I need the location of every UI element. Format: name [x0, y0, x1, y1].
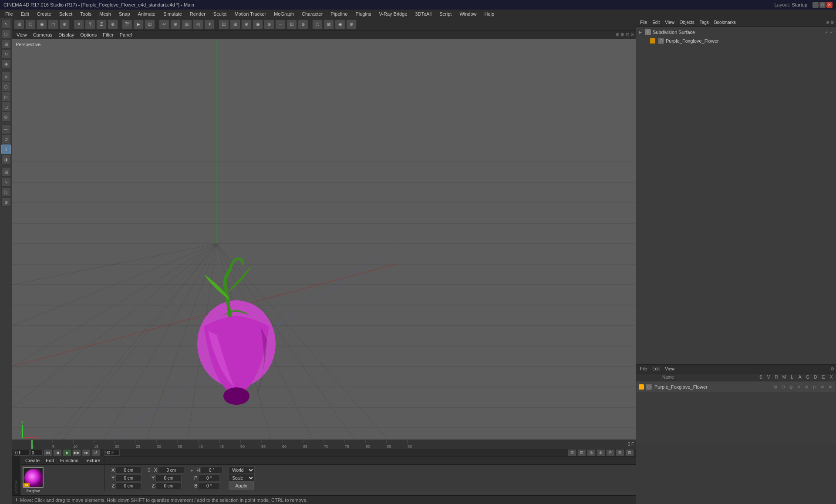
- list-icon-1[interactable]: ⊞: [772, 385, 779, 389]
- tb-y[interactable]: Y: [85, 20, 95, 29]
- tb-extra1[interactable]: ⊡: [219, 20, 229, 29]
- tb-extra3[interactable]: ⊗: [241, 20, 252, 29]
- tb-camera[interactable]: ◎: [193, 20, 203, 29]
- tb-mesh-mode[interactable]: ⬡: [25, 20, 36, 29]
- vp-menu-options[interactable]: Options: [78, 31, 99, 38]
- menu-select[interactable]: Select: [56, 10, 76, 17]
- br-menu-edit[interactable]: Edit: [650, 366, 662, 372]
- tr-menu-bookmarks[interactable]: Bookmarks: [712, 19, 738, 26]
- tb-z[interactable]: Z: [96, 20, 107, 29]
- btn-anim7[interactable]: ⊡: [625, 449, 634, 456]
- list-icon-8[interactable]: ⊗: [827, 385, 833, 389]
- tool-move[interactable]: ⬡: [1, 29, 11, 39]
- btn-prev-frame[interactable]: ◀: [53, 449, 62, 456]
- tb-render[interactable]: 🎬: [122, 20, 132, 29]
- list-icon-2[interactable]: ⊡: [780, 385, 786, 389]
- menu-file[interactable]: File: [2, 10, 17, 17]
- tool-rotate2[interactable]: ↺: [1, 134, 11, 144]
- menu-window[interactable]: Window: [456, 10, 480, 17]
- tb-x[interactable]: ✕: [74, 20, 84, 29]
- menu-character[interactable]: Character: [298, 10, 326, 17]
- coord-y-size[interactable]: [155, 474, 182, 481]
- btn-go-end[interactable]: ⏭: [82, 449, 91, 456]
- tr-menu-view[interactable]: View: [663, 19, 677, 26]
- tb-uvw[interactable]: ⊕: [59, 20, 70, 29]
- tr-menu-objects[interactable]: Objects: [678, 19, 697, 26]
- tool-select[interactable]: ↖: [1, 19, 11, 29]
- tb-undo[interactable]: ↩: [159, 20, 169, 29]
- tb-extra10[interactable]: ⊠: [324, 20, 334, 29]
- coord-h-rot[interactable]: [201, 467, 222, 474]
- timeline-ruler[interactable]: 0 5 10 15 20 25 30 35 40 45 50 55 60 65: [12, 440, 636, 449]
- br-menu-file[interactable]: File: [638, 366, 649, 372]
- menu-script[interactable]: Script: [436, 10, 455, 17]
- vp-close-icon[interactable]: ✕: [630, 32, 634, 37]
- menu-mograph[interactable]: MoGraph: [270, 10, 297, 17]
- list-icon-3[interactable]: ◎: [788, 385, 794, 389]
- menu-render[interactable]: Render: [186, 10, 209, 17]
- tool-hex[interactable]: ⬡: [1, 82, 11, 91]
- coord-p-rot[interactable]: [198, 474, 220, 481]
- end-frame-input[interactable]: [104, 450, 120, 456]
- btn-next-frame[interactable]: ▶▶: [72, 449, 81, 456]
- br-menu-view[interactable]: View: [663, 366, 677, 372]
- tr-menu-edit[interactable]: Edit: [650, 19, 662, 26]
- tool-rotate[interactable]: ↻: [1, 49, 11, 59]
- btn-texture[interactable]: Texture: [82, 457, 103, 464]
- coord-b-rot[interactable]: [198, 482, 220, 489]
- tr-menu-tags[interactable]: Tags: [698, 19, 711, 26]
- tool-grid[interactable]: ⊞: [1, 167, 11, 177]
- vp-fullscreen-icon[interactable]: ⊡: [626, 32, 629, 37]
- maximize-button[interactable]: □: [819, 2, 826, 8]
- coord-z-pos[interactable]: [115, 482, 142, 489]
- btn-create[interactable]: Create: [23, 457, 42, 464]
- coord-x-pos[interactable]: [115, 467, 142, 474]
- coord-z-size[interactable]: [155, 482, 182, 489]
- tool-hex2[interactable]: ⬡: [1, 187, 11, 197]
- vp-menu-panel[interactable]: Panel: [117, 31, 135, 38]
- menu-help[interactable]: Help: [481, 10, 498, 17]
- list-row-flower[interactable]: ⬡ Purple_Foxglove_Flower ⊞ ⊡ ◎ ⊕ ⊠ ▷ ⊛ ⊗: [637, 382, 835, 392]
- tb-extra6[interactable]: ─: [275, 20, 286, 29]
- apply-button[interactable]: Apply: [229, 481, 254, 490]
- tb-model-mode[interactable]: ⊞: [14, 20, 24, 29]
- tool-add[interactable]: ✚: [1, 59, 11, 69]
- vp-expand-icon[interactable]: ⊞: [616, 32, 619, 37]
- btn-anim3[interactable]: ◎: [587, 449, 596, 456]
- menu-mesh[interactable]: Mesh: [96, 10, 115, 17]
- menu-plugins[interactable]: Plugins: [352, 10, 374, 17]
- tb-edge-mode[interactable]: ◉: [37, 20, 47, 29]
- menu-motion-tracker[interactable]: Motion Tracker: [231, 10, 270, 17]
- tb-snap[interactable]: ⊕: [170, 20, 181, 29]
- coord-x-size[interactable]: [158, 467, 184, 474]
- vp-menu-view[interactable]: View: [14, 31, 30, 38]
- br-icon-settings[interactable]: ⚙: [830, 366, 834, 371]
- btn-loop[interactable]: ↺: [91, 449, 100, 456]
- object-row-subdiv[interactable]: ▶ ⊞ Subdivision Surface ✓ ✓: [637, 28, 835, 37]
- vp-menu-cameras[interactable]: Cameras: [30, 31, 55, 38]
- menu-vray[interactable]: V-Ray Bridge: [376, 10, 411, 17]
- vp-menu-display[interactable]: Display: [56, 31, 77, 38]
- list-icon-7[interactable]: ⊛: [819, 385, 826, 389]
- frame-field2[interactable]: [30, 450, 43, 456]
- tb-extra7[interactable]: ⊡: [287, 20, 297, 29]
- btn-anim6[interactable]: ⊞: [616, 449, 624, 456]
- tool-scale[interactable]: ⊞: [1, 39, 11, 49]
- tb-render3[interactable]: ⊡: [145, 20, 155, 29]
- btn-function[interactable]: Function: [57, 457, 81, 464]
- tool-wave[interactable]: ∿: [1, 177, 11, 187]
- btn-play[interactable]: ▶: [63, 449, 71, 456]
- vp-menu-filter[interactable]: Filter: [100, 31, 116, 38]
- material-item-foxglow[interactable]: M foxglow: [23, 467, 44, 493]
- tb-extra12[interactable]: ⊕: [346, 20, 357, 29]
- tool-plus[interactable]: ⊕: [1, 197, 11, 207]
- btn-anim1[interactable]: ⊞: [568, 449, 576, 456]
- menu-snap[interactable]: Snap: [115, 10, 134, 17]
- btn-anim5[interactable]: P: [606, 449, 615, 456]
- btn-go-start[interactable]: ⏮: [44, 449, 52, 456]
- vp-settings-icon[interactable]: ⚙: [620, 32, 624, 37]
- tb-light[interactable]: ☀: [204, 20, 215, 29]
- tool-x[interactable]: ✕: [1, 72, 11, 81]
- tool-circ[interactable]: ◎: [1, 112, 11, 121]
- menu-create[interactable]: Create: [34, 10, 55, 17]
